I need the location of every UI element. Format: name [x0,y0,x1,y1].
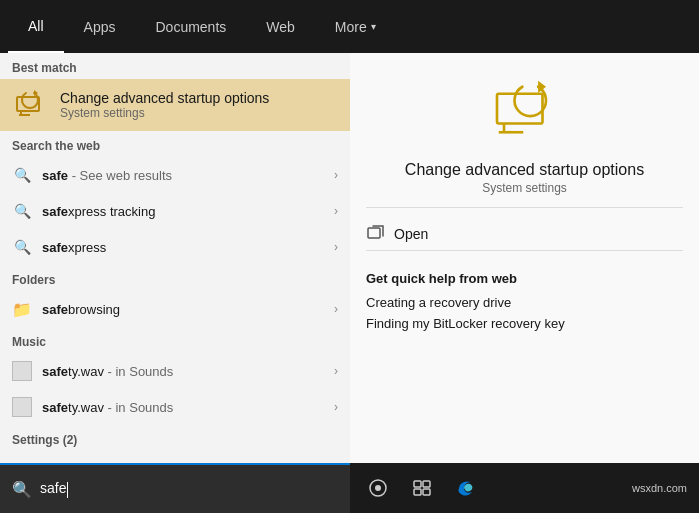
top-nav: All Apps Documents Web More ▾ [0,0,699,53]
best-match-item[interactable]: Change advanced startup options System s… [0,79,350,131]
cursor [67,482,68,498]
open-label: Open [394,226,428,242]
search-text-safexpress: safexpress [42,240,324,255]
quick-help-link-2[interactable]: Finding my BitLocker recovery key [366,313,683,334]
taskbar-watermark: wsxdn.com [620,482,699,494]
result-title: Change advanced startup options [405,161,644,179]
chevron-right-icon: › [334,400,338,414]
taskbar-edge-icon[interactable] [446,463,486,513]
music-file-icon [12,361,32,381]
main-container: Best match Change advanced startup optio… [0,53,699,463]
search-item-safe[interactable]: 🔍 safe - See web results › [0,157,350,193]
folder-text-safebrowsing: safebrowsing [42,302,324,317]
chevron-right-icon: › [334,168,338,182]
search-icon: 🔍 [12,165,32,185]
result-icon-large [485,73,565,153]
svg-rect-8 [368,228,380,238]
quick-help-title: Get quick help from web [366,271,683,286]
tab-web[interactable]: Web [246,0,315,53]
chevron-right-icon: › [334,302,338,316]
search-item-safexpress-tracking[interactable]: 🔍 safexpress tracking › [0,193,350,229]
search-text-safexpress-tracking: safexpress tracking [42,204,324,219]
music-label: Music [0,327,350,353]
folder-icon: 📁 [12,299,32,319]
svg-rect-4 [497,94,543,124]
music-item-safety-2[interactable]: safety.wav - in Sounds › [0,389,350,425]
search-bar-input[interactable]: safe [40,480,338,497]
tab-documents[interactable]: Documents [135,0,246,53]
chevron-right-icon: › [334,240,338,254]
quick-help-link-1[interactable]: Creating a recovery drive [366,292,683,313]
music-text-1: safety.wav - in Sounds [42,364,324,379]
best-match-title: Change advanced startup options [60,90,269,106]
best-match-text: Change advanced startup options System s… [60,90,269,120]
music-text-2: safety.wav - in Sounds [42,400,324,415]
svg-rect-12 [423,481,430,487]
open-icon [366,224,386,244]
right-panel: Change advanced startup options System s… [350,53,699,463]
taskbar-taskview-icon[interactable] [402,463,442,513]
taskbar-icons [350,463,620,513]
divider-2 [366,250,683,251]
svg-rect-14 [423,489,430,495]
search-icon: 🔍 [12,237,32,257]
search-bar[interactable]: 🔍 safe [0,463,350,513]
music-file-icon [12,397,32,417]
chevron-down-icon: ▾ [371,21,376,32]
search-item-safexpress[interactable]: 🔍 safexpress › [0,229,350,265]
taskbar-search-icon[interactable] [358,463,398,513]
folder-item-safebrowsing[interactable]: 📁 safebrowsing › [0,291,350,327]
search-text-safe: safe - See web results [42,168,324,183]
svg-rect-11 [414,481,421,487]
svg-point-10 [375,485,381,491]
folders-label: Folders [0,265,350,291]
search-bar-icon: 🔍 [12,480,32,499]
best-match-subtitle: System settings [60,106,269,120]
best-match-label: Best match [0,53,350,79]
music-item-safety-1[interactable]: safety.wav - in Sounds › [0,353,350,389]
left-panel: Best match Change advanced startup optio… [0,53,350,463]
chevron-right-icon: › [334,204,338,218]
settings-label: Settings (2) [0,425,350,451]
tab-all[interactable]: All [8,0,64,53]
chevron-right-icon: › [334,364,338,378]
result-subtitle: System settings [482,181,567,195]
search-icon: 🔍 [12,201,32,221]
svg-rect-13 [414,489,421,495]
startup-icon [12,87,48,123]
search-web-label: Search the web [0,131,350,157]
tab-more[interactable]: More ▾ [315,0,396,53]
tab-apps[interactable]: Apps [64,0,136,53]
divider [366,207,683,208]
open-button[interactable]: Open [366,218,683,250]
taskbar: 🔍 safe wsxdn.com [0,463,699,513]
